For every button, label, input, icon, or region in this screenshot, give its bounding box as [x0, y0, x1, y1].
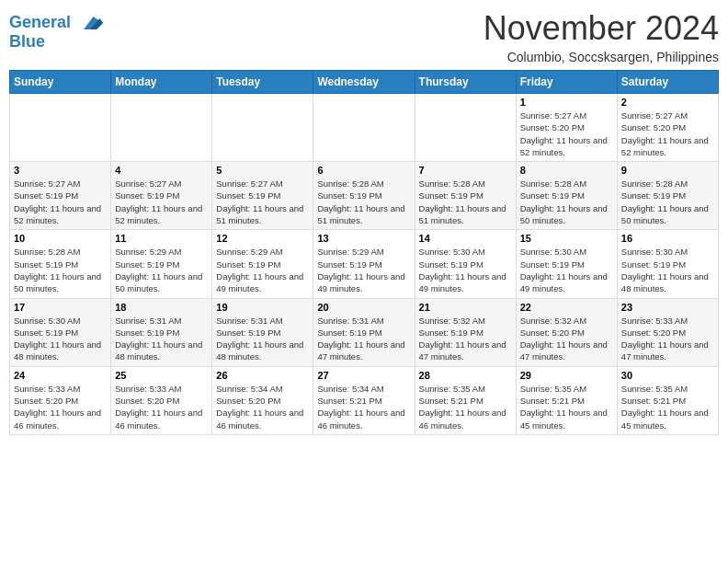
day-info: Sunrise: 5:29 AM Sunset: 5:19 PM Dayligh… [216, 246, 309, 294]
calendar-cell: 2Sunrise: 5:27 AM Sunset: 5:20 PM Daylig… [617, 94, 718, 162]
day-info: Sunrise: 5:28 AM Sunset: 5:19 PM Dayligh… [419, 178, 512, 226]
month-title: November 2024 [483, 9, 719, 48]
day-number: 2 [621, 97, 714, 108]
calendar-week-row: 3Sunrise: 5:27 AM Sunset: 5:19 PM Daylig… [10, 162, 719, 230]
day-info: Sunrise: 5:28 AM Sunset: 5:19 PM Dayligh… [621, 178, 714, 226]
calendar-cell: 10Sunrise: 5:28 AM Sunset: 5:19 PM Dayli… [10, 230, 111, 298]
day-number: 4 [115, 165, 208, 176]
day-number: 9 [621, 165, 714, 176]
calendar-cell: 24Sunrise: 5:33 AM Sunset: 5:20 PM Dayli… [10, 366, 111, 434]
day-info: Sunrise: 5:35 AM Sunset: 5:21 PM Dayligh… [419, 383, 512, 431]
weekday-header-row: SundayMondayTuesdayWednesdayThursdayFrid… [10, 71, 719, 94]
day-number: 21 [419, 302, 512, 313]
calendar-cell: 26Sunrise: 5:34 AM Sunset: 5:20 PM Dayli… [212, 366, 313, 434]
day-info: Sunrise: 5:31 AM Sunset: 5:19 PM Dayligh… [216, 315, 309, 363]
calendar-cell: 19Sunrise: 5:31 AM Sunset: 5:19 PM Dayli… [212, 298, 313, 366]
day-info: Sunrise: 5:28 AM Sunset: 5:19 PM Dayligh… [14, 246, 107, 294]
weekday-header-thursday: Thursday [415, 71, 516, 94]
day-number: 23 [621, 302, 714, 313]
day-info: Sunrise: 5:35 AM Sunset: 5:21 PM Dayligh… [621, 383, 714, 431]
calendar-cell: 8Sunrise: 5:28 AM Sunset: 5:19 PM Daylig… [516, 162, 617, 230]
day-info: Sunrise: 5:30 AM Sunset: 5:19 PM Dayligh… [14, 315, 107, 363]
day-info: Sunrise: 5:27 AM Sunset: 5:20 PM Dayligh… [621, 109, 714, 158]
day-info: Sunrise: 5:34 AM Sunset: 5:21 PM Dayligh… [317, 383, 410, 431]
day-number: 24 [14, 370, 107, 381]
calendar-cell: 11Sunrise: 5:29 AM Sunset: 5:19 PM Dayli… [111, 230, 212, 298]
calendar-cell: 16Sunrise: 5:30 AM Sunset: 5:19 PM Dayli… [617, 230, 718, 298]
calendar-cell: 29Sunrise: 5:35 AM Sunset: 5:21 PM Dayli… [516, 366, 617, 434]
day-info: Sunrise: 5:33 AM Sunset: 5:20 PM Dayligh… [621, 315, 714, 363]
day-info: Sunrise: 5:30 AM Sunset: 5:19 PM Dayligh… [520, 246, 613, 294]
day-info: Sunrise: 5:28 AM Sunset: 5:19 PM Dayligh… [317, 178, 410, 226]
day-info: Sunrise: 5:27 AM Sunset: 5:19 PM Dayligh… [14, 178, 107, 226]
day-number: 20 [317, 302, 410, 313]
day-number: 7 [419, 165, 512, 176]
calendar-cell [415, 94, 516, 162]
calendar-cell [111, 94, 212, 162]
location-title: Columbio, Soccsksargen, Philippines [483, 50, 719, 64]
calendar-cell: 27Sunrise: 5:34 AM Sunset: 5:21 PM Dayli… [313, 366, 415, 434]
day-number: 15 [520, 233, 613, 244]
logo-text-blue: Blue [9, 33, 103, 52]
day-number: 3 [14, 165, 107, 176]
day-info: Sunrise: 5:27 AM Sunset: 5:19 PM Dayligh… [216, 178, 309, 226]
day-number: 12 [216, 233, 309, 244]
calendar-cell: 9Sunrise: 5:28 AM Sunset: 5:19 PM Daylig… [617, 162, 718, 230]
day-number: 19 [216, 302, 309, 313]
calendar-cell: 13Sunrise: 5:29 AM Sunset: 5:19 PM Dayli… [313, 230, 415, 298]
calendar-cell: 12Sunrise: 5:29 AM Sunset: 5:19 PM Dayli… [212, 230, 313, 298]
calendar-week-row: 10Sunrise: 5:28 AM Sunset: 5:19 PM Dayli… [10, 230, 719, 298]
day-number: 5 [216, 165, 309, 176]
day-number: 30 [621, 370, 714, 381]
day-number: 16 [621, 233, 714, 244]
day-info: Sunrise: 5:32 AM Sunset: 5:19 PM Dayligh… [419, 315, 512, 363]
calendar-cell: 18Sunrise: 5:31 AM Sunset: 5:19 PM Dayli… [111, 298, 212, 366]
weekday-header-wednesday: Wednesday [313, 71, 415, 94]
day-info: Sunrise: 5:33 AM Sunset: 5:20 PM Dayligh… [115, 383, 208, 431]
calendar-cell: 28Sunrise: 5:35 AM Sunset: 5:21 PM Dayli… [415, 366, 516, 434]
day-info: Sunrise: 5:33 AM Sunset: 5:20 PM Dayligh… [14, 383, 107, 431]
calendar-cell: 14Sunrise: 5:30 AM Sunset: 5:19 PM Dayli… [415, 230, 516, 298]
day-number: 14 [419, 233, 512, 244]
day-info: Sunrise: 5:27 AM Sunset: 5:20 PM Dayligh… [520, 109, 613, 158]
calendar-week-row: 24Sunrise: 5:33 AM Sunset: 5:20 PM Dayli… [10, 366, 719, 434]
day-info: Sunrise: 5:29 AM Sunset: 5:19 PM Dayligh… [317, 246, 410, 294]
day-info: Sunrise: 5:27 AM Sunset: 5:19 PM Dayligh… [115, 178, 208, 226]
calendar-cell: 23Sunrise: 5:33 AM Sunset: 5:20 PM Dayli… [617, 298, 718, 366]
calendar-table: SundayMondayTuesdayWednesdayThursdayFrid… [9, 70, 719, 435]
calendar-cell: 4Sunrise: 5:27 AM Sunset: 5:19 PM Daylig… [111, 162, 212, 230]
calendar-cell: 21Sunrise: 5:32 AM Sunset: 5:19 PM Dayli… [415, 298, 516, 366]
calendar-cell: 17Sunrise: 5:30 AM Sunset: 5:19 PM Dayli… [10, 298, 111, 366]
day-number: 29 [520, 370, 613, 381]
day-info: Sunrise: 5:30 AM Sunset: 5:19 PM Dayligh… [621, 246, 714, 294]
day-number: 25 [115, 370, 208, 381]
logo-text: General [9, 13, 103, 33]
day-info: Sunrise: 5:30 AM Sunset: 5:19 PM Dayligh… [419, 246, 512, 294]
day-number: 27 [317, 370, 410, 381]
calendar-week-row: 1Sunrise: 5:27 AM Sunset: 5:20 PM Daylig… [10, 94, 719, 162]
calendar-cell: 20Sunrise: 5:31 AM Sunset: 5:19 PM Dayli… [313, 298, 415, 366]
day-info: Sunrise: 5:31 AM Sunset: 5:19 PM Dayligh… [317, 315, 410, 363]
day-info: Sunrise: 5:28 AM Sunset: 5:19 PM Dayligh… [520, 178, 613, 226]
calendar-cell: 7Sunrise: 5:28 AM Sunset: 5:19 PM Daylig… [415, 162, 516, 230]
weekday-header-sunday: Sunday [10, 71, 111, 94]
calendar-cell [10, 94, 111, 162]
day-number: 8 [520, 165, 613, 176]
weekday-header-friday: Friday [516, 71, 617, 94]
day-info: Sunrise: 5:29 AM Sunset: 5:19 PM Dayligh… [115, 246, 208, 294]
day-number: 26 [216, 370, 309, 381]
calendar-cell: 30Sunrise: 5:35 AM Sunset: 5:21 PM Dayli… [617, 366, 718, 434]
logo: General Blue [9, 13, 103, 52]
page-header: General Blue November 2024 Columbio, Soc… [9, 9, 719, 64]
weekday-header-tuesday: Tuesday [212, 71, 313, 94]
day-number: 22 [520, 302, 613, 313]
day-number: 1 [520, 97, 613, 108]
day-number: 6 [317, 165, 410, 176]
calendar-cell: 6Sunrise: 5:28 AM Sunset: 5:19 PM Daylig… [313, 162, 415, 230]
day-number: 11 [115, 233, 208, 244]
day-number: 18 [115, 302, 208, 313]
weekday-header-monday: Monday [111, 71, 212, 94]
title-block: November 2024 Columbio, Soccsksargen, Ph… [483, 9, 719, 64]
day-info: Sunrise: 5:34 AM Sunset: 5:20 PM Dayligh… [216, 383, 309, 431]
calendar-cell [313, 94, 415, 162]
